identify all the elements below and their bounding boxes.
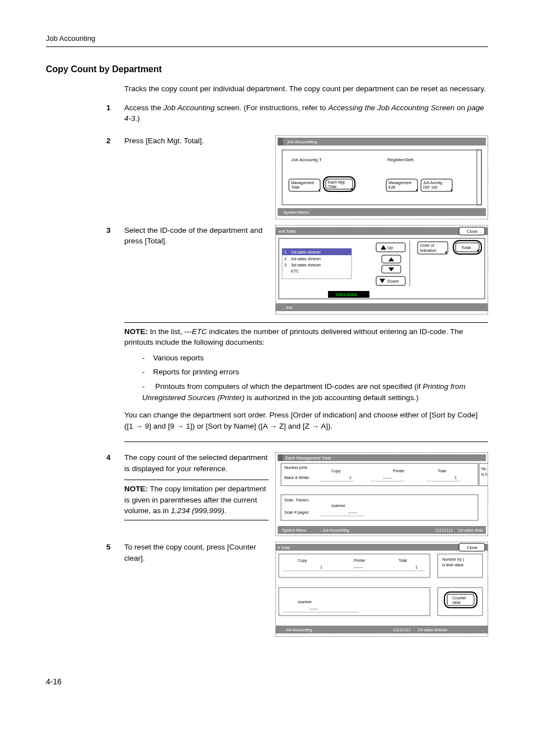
list-item: Various reports xyxy=(142,353,488,364)
note-block: NOTE: In the list, ---ETC indicates the … xyxy=(124,322,488,403)
step-1-text: Access the Job Accounting screen. (For i… xyxy=(124,102,488,124)
close-button[interactable]: Close xyxy=(459,543,485,551)
management-total-button[interactable]: Management Total xyxy=(289,179,320,192)
step-1: 1 Access the Job Accounting screen. (For… xyxy=(46,102,488,130)
step-5-text: To reset the copy count, press [Counter … xyxy=(124,542,269,564)
counter-clear-button[interactable]: Counter clear xyxy=(444,592,477,608)
svg-text:Total: Total xyxy=(399,558,407,562)
panel-title: Job Accounting xyxy=(287,139,317,144)
each-mgt-total-button[interactable]: Each Mgt. Total xyxy=(324,177,355,191)
svg-text:Number in( ): Number in( ) xyxy=(442,557,464,562)
svg-text:Each Mgt.: Each Mgt. xyxy=(328,180,346,185)
figure-1: Job Accounting Job Accountg T Register/S… xyxy=(275,135,488,219)
svg-text:Down: Down xyxy=(387,279,399,284)
step-2: 2 Press [Each Mgt. Total]. Job Accountin… xyxy=(46,135,488,219)
svg-text:it Total: it Total xyxy=(278,545,290,550)
svg-rect-79 xyxy=(278,526,486,534)
svg-text:Black & White:: Black & White: xyxy=(284,476,310,480)
svg-text:Copy: Copy xyxy=(298,558,307,563)
svg-text:Management: Management xyxy=(388,181,411,185)
svg-text:ent Total: ent Total xyxy=(279,229,296,234)
figure-3: Each Management Total Number print. Blac… xyxy=(275,452,488,536)
svg-text:Job Accountg T: Job Accountg T xyxy=(291,157,322,162)
svg-text:Counter: Counter xyxy=(452,596,467,600)
svg-text:3st sales division: 3st sales division xyxy=(291,263,321,267)
svg-rect-73 xyxy=(281,495,478,520)
svg-text:-  Job: - Job xyxy=(283,305,293,310)
total-button[interactable]: Total xyxy=(453,241,481,254)
svg-text:11111111: 11111111 xyxy=(435,528,453,532)
svg-text:Edit: Edit xyxy=(388,185,395,189)
section-title: Copy Count by Department xyxy=(46,63,488,76)
scroll-up-icon[interactable] xyxy=(382,255,401,263)
close-button[interactable]: Close xyxy=(459,227,485,235)
svg-text:System Menu: System Menu xyxy=(282,528,306,533)
step-number: 3 xyxy=(106,225,124,314)
svg-text:1st sales divisi: 1st sales divisi xyxy=(458,528,484,532)
step-number: 2 xyxy=(106,135,124,219)
scroll-down-icon[interactable] xyxy=(382,265,401,273)
step-number: 5 xyxy=(106,542,124,637)
svg-text:Order of: Order of xyxy=(420,243,434,247)
svg-text:Number print.: Number print. xyxy=(284,466,308,470)
step-number: 1 xyxy=(106,102,124,130)
svg-text:-  Job Accounting: - Job Accounting xyxy=(283,628,312,632)
intro-paragraph: Tracks the copy count per individual dep… xyxy=(124,83,488,95)
management-edit-button[interactable]: Management Edit xyxy=(386,179,418,192)
svg-text:Register/Sett.: Register/Sett. xyxy=(387,157,414,162)
svg-text:Total: Total xyxy=(328,185,336,189)
svg-rect-19 xyxy=(477,150,481,205)
svg-text:Printer: Printer xyxy=(393,469,405,473)
order-of-indication-button[interactable]: Order of indication xyxy=(418,242,448,254)
job-accntg-def-set-button[interactable]: Job Accntg Def. Set. xyxy=(421,179,452,192)
svg-text:-------: ------- xyxy=(309,607,318,611)
svg-text:0001/0004: 0001/0004 xyxy=(336,292,357,297)
figure-4: it Total Close Copy Printer Total 1 ----… xyxy=(275,542,488,637)
svg-text:1: 1 xyxy=(455,476,457,480)
header-rule xyxy=(46,46,488,47)
svg-text:indication: indication xyxy=(420,248,437,252)
svg-text:Copy: Copy xyxy=(331,469,341,473)
down-button[interactable]: Down xyxy=(376,276,405,285)
svg-rect-2 xyxy=(278,138,283,145)
svg-text:Each Management Total: Each Management Total xyxy=(285,456,331,461)
svg-text:2: 2 xyxy=(284,257,287,261)
svg-text:Def. Set.: Def. Set. xyxy=(423,185,438,189)
svg-text:-------: ------- xyxy=(348,510,358,514)
svg-rect-85 xyxy=(275,544,488,551)
svg-text:2st sales division: 2st sales division xyxy=(291,257,321,261)
svg-text:Total: Total xyxy=(291,185,299,189)
svg-text:Management: Management xyxy=(291,181,314,185)
step-3-text: Select the ID-code of the department and… xyxy=(124,225,269,247)
svg-text:-------: ------- xyxy=(383,476,392,480)
step-4-text: The copy count of the selected departmen… xyxy=(124,452,269,474)
sort-paragraph: You can change the department sort order… xyxy=(124,410,488,431)
step-2-text: Press [Each Mgt. Total]. xyxy=(124,135,269,147)
svg-text:-  Job Accounting: - Job Accounting xyxy=(320,528,349,533)
svg-text:is limit value: is limit value xyxy=(442,563,463,567)
svg-text:1st sales division: 1st sales division xyxy=(418,628,447,632)
svg-text:Total: Total xyxy=(438,469,446,473)
running-head: Job Accounting xyxy=(46,34,488,44)
svg-text:Total: Total xyxy=(461,245,471,250)
step-3: 3 Select the ID-code of the department a… xyxy=(46,225,488,314)
svg-text:Printer: Printer xyxy=(354,558,366,562)
svg-text:Close: Close xyxy=(467,229,477,234)
svg-text:11111111: 11111111 xyxy=(393,628,410,632)
svg-text:1: 1 xyxy=(284,250,287,254)
svg-text:clear: clear xyxy=(452,600,461,604)
svg-rect-23 xyxy=(275,227,488,235)
svg-text:3: 3 xyxy=(284,263,287,267)
page-number: 4-16 xyxy=(46,676,488,687)
svg-text:Close: Close xyxy=(467,545,477,550)
svg-text:1: 1 xyxy=(349,476,352,480)
svg-text:System Menu: System Menu xyxy=(283,210,309,215)
svg-text:Scan. Transm.: Scan. Transm. xyxy=(284,498,310,502)
up-button[interactable]: Up xyxy=(376,243,405,252)
step-4: 4 The copy count of the selected departm… xyxy=(46,452,488,536)
step-4-note: NOTE: The copy limitation per department… xyxy=(124,480,269,520)
svg-text:-------: ------- xyxy=(354,565,363,569)
svg-text:is li: is li xyxy=(481,472,488,476)
svg-text:1: 1 xyxy=(415,565,418,569)
svg-text:1st sales division: 1st sales division xyxy=(291,250,321,254)
